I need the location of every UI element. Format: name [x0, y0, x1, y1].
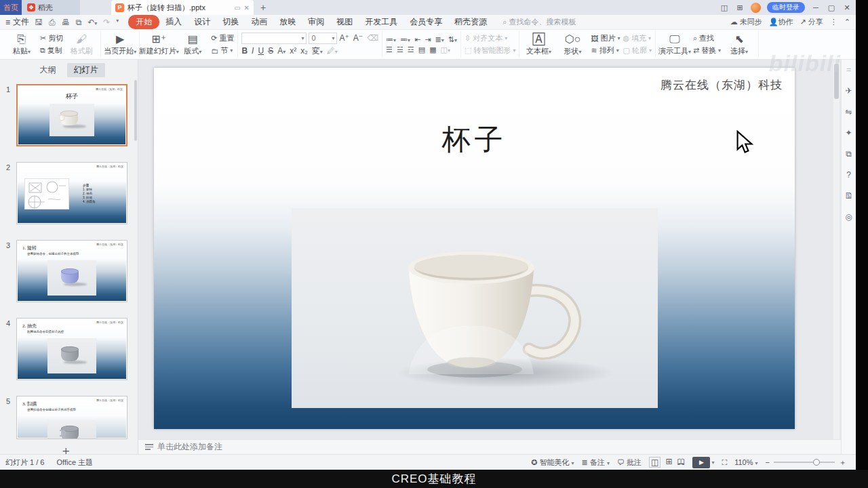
- arrange-button[interactable]: ≋排列▾: [591, 45, 620, 56]
- reset-button[interactable]: ⟳重置: [211, 33, 234, 43]
- justify-button[interactable]: ▤: [418, 45, 425, 54]
- cut-button[interactable]: ✂剪切: [40, 33, 63, 43]
- tab-start[interactable]: 开始: [128, 15, 159, 29]
- select-button[interactable]: ⬉ 选择▾: [724, 33, 755, 56]
- zoom-slider[interactable]: [774, 462, 835, 463]
- more-menu-icon[interactable]: ⋮: [830, 18, 837, 26]
- clear-format-icon[interactable]: ⌫: [367, 33, 378, 43]
- save-icon[interactable]: 🖫: [35, 18, 43, 27]
- file-menu[interactable]: ≡ 文件: [0, 16, 35, 28]
- tab-docer-resources[interactable]: 稻壳资源: [448, 15, 493, 29]
- collab-button[interactable]: 👤协作: [769, 17, 793, 27]
- new-tab-button[interactable]: +: [260, 2, 266, 13]
- theme-name[interactable]: Office 主题: [56, 458, 93, 468]
- reading-view-icon[interactable]: 🕮: [677, 457, 685, 468]
- zoom-in-icon[interactable]: ＋: [839, 458, 846, 468]
- temp-login-badge[interactable]: 临时登录: [767, 2, 805, 13]
- increase-font-icon[interactable]: A⁺: [339, 33, 349, 43]
- beautify-panel-icon[interactable]: ✦: [845, 128, 852, 138]
- fill-button[interactable]: ◍填充▾: [623, 33, 651, 43]
- italic-button[interactable]: I: [252, 46, 254, 56]
- bold-button[interactable]: B: [241, 46, 248, 56]
- document-tab[interactable]: P 杯子（旋转 扫描）.pptx ▭ ✕: [111, 0, 254, 15]
- print-icon[interactable]: 🖶: [62, 18, 70, 27]
- highlight-button[interactable]: 🖉▾: [327, 46, 338, 56]
- tab-design[interactable]: 设计: [188, 15, 216, 29]
- close-window-icon[interactable]: ✕: [842, 3, 852, 12]
- section-button[interactable]: 🗀节▾: [211, 45, 234, 56]
- restore-icon[interactable]: ▢: [827, 3, 836, 12]
- avatar[interactable]: [751, 3, 761, 13]
- subscript-button[interactable]: x₂: [300, 46, 308, 56]
- font-color-button[interactable]: A▾: [277, 46, 285, 56]
- underline-button[interactable]: U: [258, 46, 264, 56]
- strikethrough-button[interactable]: S: [268, 46, 273, 56]
- shapes-button[interactable]: ⬡○ 形状▾: [557, 33, 588, 56]
- text-box-button[interactable]: 🄰 文本框▾: [523, 33, 554, 56]
- slides-tab[interactable]: 幻灯片: [67, 63, 105, 77]
- tab-animation[interactable]: 动画: [245, 15, 273, 29]
- numbering-button[interactable]: ≕▾: [400, 35, 410, 44]
- line-spacing-button[interactable]: ≣▾: [435, 35, 444, 44]
- play-from-current-button[interactable]: ▶ 当页开始▾: [104, 33, 136, 56]
- slide-1-editor[interactable]: 腾云在线（东湖）科技 杯子: [154, 68, 795, 429]
- align-right-button[interactable]: ☲: [408, 45, 414, 54]
- tab-devtools[interactable]: 开发工具: [359, 15, 403, 29]
- undo-icon[interactable]: ↶▾: [87, 18, 97, 27]
- notes-bar[interactable]: 单击此处添加备注: [138, 439, 841, 454]
- replace-button[interactable]: ⇄替换▾: [693, 45, 721, 56]
- panel-scrollbar[interactable]: [134, 80, 137, 141]
- home-tab[interactable]: 首页: [0, 0, 22, 15]
- increase-indent-button[interactable]: ⇥: [425, 35, 431, 44]
- zoom-out-icon[interactable]: −: [766, 458, 770, 466]
- sync-status[interactable]: ☁ 未同步: [730, 17, 762, 27]
- position-icon[interactable]: ◎: [845, 212, 852, 222]
- fit-window-icon[interactable]: ⛶: [722, 458, 727, 467]
- collapse-ribbon-icon[interactable]: ⌃: [844, 18, 850, 26]
- window-layout-icon[interactable]: ◫: [719, 3, 729, 12]
- slide-1-thumbnail[interactable]: 腾云在线（东湖）科技 杯子: [16, 84, 127, 146]
- canvas-scrollbar[interactable]: [833, 62, 840, 439]
- tab-slideshow[interactable]: 放映: [273, 15, 302, 29]
- text-tool-button[interactable]: 変▾: [312, 45, 323, 57]
- text-direction-button[interactable]: ⇅▾: [448, 35, 457, 44]
- preview-icon[interactable]: ▭: [234, 4, 240, 12]
- tab-transition[interactable]: 切换: [216, 15, 245, 29]
- columns-button[interactable]: ◫▾: [441, 45, 450, 54]
- comment-button[interactable]: 🗩 批注: [617, 458, 642, 468]
- panel-handle-icon[interactable]: =: [846, 65, 851, 75]
- beautify-button[interactable]: ✪ 智能美化 ▾: [531, 458, 574, 468]
- close-tab-icon[interactable]: ✕: [244, 4, 250, 12]
- paste-button[interactable]: ⎘ 粘贴▾: [6, 33, 37, 56]
- layout-button[interactable]: ▤ 版式▾: [177, 33, 208, 56]
- copy-button[interactable]: ⧉复制: [40, 45, 63, 56]
- align-center-button[interactable]: ☱: [397, 45, 403, 54]
- decrease-font-icon[interactable]: A⁻: [353, 33, 363, 43]
- tab-insert[interactable]: 插入: [159, 15, 188, 29]
- smart-graphic-button[interactable]: ⬚转智能图形▾: [465, 45, 515, 56]
- minimize-icon[interactable]: ─: [811, 3, 821, 12]
- zoom-level[interactable]: 110% ▾: [734, 458, 757, 466]
- tab-member[interactable]: 会员专享: [403, 15, 448, 29]
- present-tools-button[interactable]: 🖵 演示工具▾: [659, 33, 690, 56]
- bullets-button[interactable]: ≔▾: [386, 35, 396, 44]
- notes-toggle-button[interactable]: ≣ 备注 ▾: [582, 458, 610, 468]
- slide-4-thumbnail[interactable]: 腾云在线（东湖）科技 2. 抽壳 利用抽壳命令获得杯子内腔: [16, 318, 127, 380]
- cup-image[interactable]: [292, 208, 658, 408]
- format-painter-button[interactable]: 🖌 格式刷: [66, 33, 97, 56]
- find-button[interactable]: ⌕查找: [693, 33, 721, 43]
- image-tools-icon[interactable]: 🖻: [845, 191, 853, 201]
- superscript-button[interactable]: x²: [290, 46, 296, 56]
- print-preview-icon[interactable]: ⧉: [76, 18, 82, 27]
- tab-view[interactable]: 视图: [330, 15, 359, 29]
- font-name-select[interactable]: ▾: [241, 33, 307, 44]
- output-icon[interactable]: ⎙: [49, 18, 56, 27]
- font-size-select[interactable]: 0▾: [309, 33, 337, 44]
- redo-icon[interactable]: ↷: [103, 18, 110, 27]
- apps-grid-icon[interactable]: ⊞: [735, 3, 745, 12]
- editing-canvas[interactable]: 腾云在线（东湖）科技 杯子: [138, 60, 841, 439]
- align-left-button[interactable]: ☰: [386, 45, 393, 54]
- add-slide-button[interactable]: ＋: [60, 443, 72, 454]
- tab-review[interactable]: 审阅: [302, 15, 330, 29]
- new-slide-button[interactable]: ⊞⁺ 新建幻灯片▾: [143, 33, 174, 56]
